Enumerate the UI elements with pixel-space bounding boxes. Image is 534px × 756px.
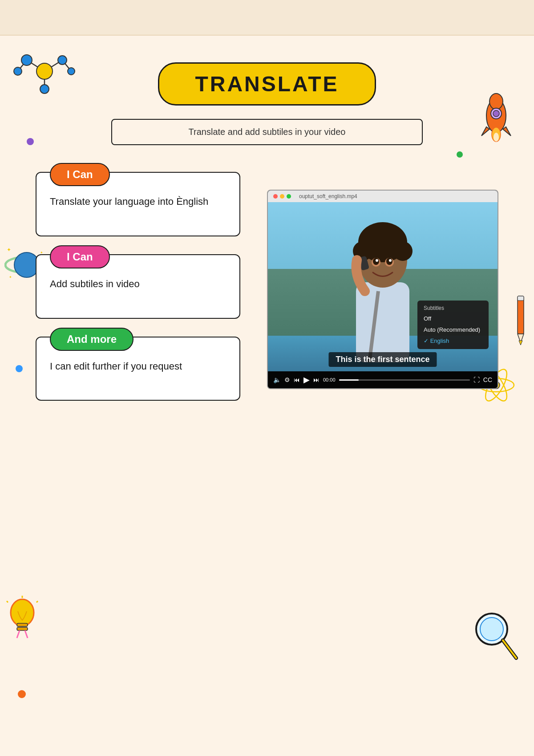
maximize-dot	[287, 194, 291, 199]
card-text-3: I can edit further if you request	[50, 360, 226, 374]
svg-point-57	[376, 259, 378, 262]
progress-fill	[339, 379, 359, 381]
magnifier-decoration	[472, 609, 521, 667]
svg-point-32	[476, 614, 507, 645]
feature-card-1: I Can Translate your language into Èngli…	[36, 172, 240, 236]
right-column: ouptut_soft_english.mp4	[267, 190, 498, 389]
close-dot	[273, 194, 278, 199]
progress-bar[interactable]	[339, 379, 470, 381]
video-controls: 🔈 ⚙ ⏮ ▶ ⏭ 00:00 ⛶ CC	[268, 371, 498, 388]
lightbulb-decoration	[4, 596, 40, 645]
main-content: I Can Translate your language into Èngli…	[0, 145, 534, 427]
svg-rect-41	[17, 627, 28, 630]
svg-point-51	[388, 232, 406, 250]
svg-line-43	[25, 630, 28, 638]
video-subtitle: This is the first sentence	[328, 352, 437, 367]
subtitles-toggle-icon[interactable]: CC	[483, 376, 492, 383]
feature-card-3: And more I can edit further if you reque…	[36, 337, 240, 401]
card-badge-label-2: I Can	[67, 251, 93, 263]
orange-dot-decoration	[18, 690, 26, 698]
video-titlebar: ouptut_soft_english.mp4	[268, 191, 498, 202]
subtitle-text: Translate and add subtiles in your video	[139, 127, 395, 137]
fullscreen-icon[interactable]: ⛶	[473, 376, 480, 383]
top-bar	[0, 0, 534, 36]
volume-icon[interactable]: 🔈	[273, 376, 281, 383]
svg-point-58	[389, 259, 392, 262]
dropdown-title: Subtitles	[417, 303, 489, 313]
subtitle-option-english[interactable]: English	[417, 335, 489, 346]
time-display: 00:00	[323, 377, 336, 382]
video-window[interactable]: ouptut_soft_english.mp4	[267, 190, 498, 389]
title-badge: TRANSLATE	[158, 62, 376, 106]
feature-card-2: I Can Add subtiles in video	[36, 254, 240, 319]
title-section: TRANSLATE Translate and add subtiles in …	[0, 36, 534, 145]
rewind-icon[interactable]: ⏮	[294, 376, 300, 383]
svg-point-33	[480, 618, 503, 641]
card-badge-label-3: And more	[67, 333, 117, 345]
options-icon[interactable]: ⚙	[284, 376, 290, 383]
svg-rect-40	[17, 623, 28, 626]
card-text-2: Add subtiles in video	[50, 277, 226, 291]
card-badge-label-1: I Can	[67, 168, 93, 180]
card-badge-2: I Can	[50, 245, 110, 268]
play-icon[interactable]: ▶	[303, 375, 310, 385]
card-text-1: Translate your language into Ènglish	[50, 195, 226, 209]
svg-line-39	[36, 601, 38, 602]
card-badge-1: I Can	[50, 163, 110, 186]
subtitle-dropdown[interactable]: Subtitles Off Auto (Recommended) English	[417, 301, 489, 349]
svg-line-34	[503, 640, 516, 658]
svg-point-36	[11, 599, 34, 626]
page-title: TRANSLATE	[195, 72, 339, 96]
subtitle-option-off[interactable]: Off	[417, 313, 489, 324]
forward-icon[interactable]: ⏭	[313, 376, 320, 383]
video-filename: ouptut_soft_english.mp4	[299, 193, 357, 199]
window-controls	[273, 194, 291, 199]
subtitle-option-auto[interactable]: Auto (Recommended)	[417, 324, 489, 335]
subtitle-box: Translate and add subtiles in your video	[111, 119, 423, 145]
svg-point-52	[375, 226, 391, 242]
svg-line-35	[503, 640, 516, 658]
svg-line-38	[7, 601, 8, 602]
page-container: ✦ ✦ ✦	[0, 0, 534, 756]
card-badge-3: And more	[50, 328, 134, 351]
svg-point-50	[360, 232, 377, 250]
left-column: I Can Translate your language into Èngli…	[36, 172, 240, 401]
minimize-dot	[280, 194, 284, 199]
video-image-area: Subtitles Off Auto (Recommended) English…	[268, 202, 498, 371]
svg-line-42	[17, 630, 20, 638]
